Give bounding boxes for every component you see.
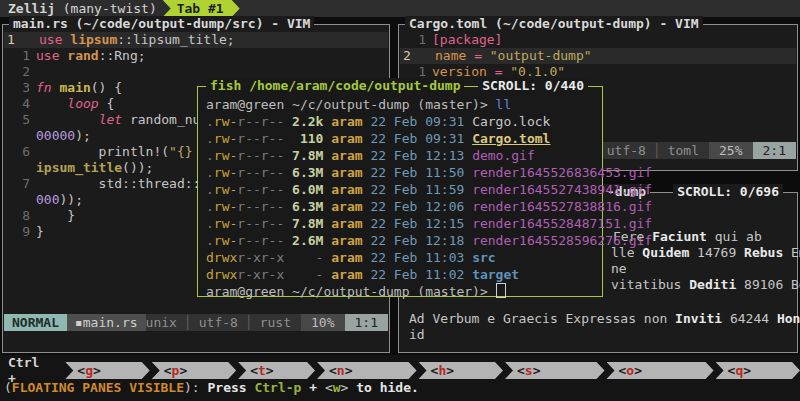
tab-1[interactable]: Tab #1 xyxy=(163,0,240,17)
output-line: id xyxy=(409,327,425,343)
file-name: demo.gif xyxy=(472,148,535,163)
keybind-tab[interactable]: <t> TAB xyxy=(238,362,315,379)
cursor-position: 2:1 xyxy=(753,142,796,159)
file-name: render1645528487151.gif xyxy=(472,216,652,231)
pane-title-cargo-toml: Cargo.toml (~/code/output-dump) - VIM xyxy=(405,16,703,32)
file-list-row: .rw-r--r-- 7.8M aram 22 Feb 12:15 render… xyxy=(206,215,600,232)
hint-bar: (FLOATING PANES VISIBLE): Press Ctrl-p +… xyxy=(0,380,800,397)
pane-title-main-rs: main.rs (~/code/output-dump/src) - VIM xyxy=(9,16,314,32)
output-line: Ad Verbum e Graecis Expressas non Inviti… xyxy=(409,311,800,327)
file-name: render1645527438941.gif xyxy=(472,182,652,197)
file-list-row: drwxr-xr-x - aram 22 Feb 11:03 src xyxy=(206,249,600,266)
file-list-row: drwxr-xr-x - aram 22 Feb 11:02 target xyxy=(206,266,600,283)
file-name: render1645527838816.gif xyxy=(472,199,652,214)
file-name: render1645528596276.gif xyxy=(472,233,652,248)
keybind-resize[interactable]: <n> RESIZE xyxy=(317,362,417,379)
code-editor-cargo-toml: 1[package]2name = "output-dump"1version … xyxy=(400,32,796,80)
statusline-filename: ▪main.rs xyxy=(67,314,146,331)
statusline-main-rs: NORMAL ▪main.rs unix│utf-8│rust10%1:1 xyxy=(4,314,388,331)
scroll-percent: 25% xyxy=(709,142,752,159)
floating-pane-fish[interactable]: fish /home/aram/code/output-dump SCROLL:… xyxy=(197,86,603,297)
statusline-info: unix│utf-8│rust10%1:1 xyxy=(146,314,388,331)
shell-input-prompt[interactable]: aram@green ~/c/output-dump (master)> xyxy=(206,283,600,300)
session-name: Zellij (many-twist) xyxy=(0,1,157,17)
file-name: render1645526836453.gif xyxy=(472,165,652,180)
keybinding-bar: Ctrl + <g> LOCK<p> PANE<t> TAB<n> RESIZE… xyxy=(0,362,800,379)
code-line: 1use lipsum::lipsum_title; xyxy=(4,32,388,48)
cursor-position: 1:1 xyxy=(345,314,388,331)
file-list-row: .rw-r--r-- 6.3M aram 22 Feb 11:50 render… xyxy=(206,164,600,181)
vim-mode-badge: NORMAL xyxy=(4,314,67,331)
shell-prompt: aram@green ~/c/output-dump (master)> ll xyxy=(206,96,600,113)
shell-output: aram@green ~/c/output-dump (master)> ll.… xyxy=(206,96,600,300)
file-list-row: .rw-r--r-- 2.6M aram 22 Feb 12:18 render… xyxy=(206,232,600,249)
code-line: 1[package] xyxy=(400,32,796,48)
file-list-row: .rw-r--r-- 6.0M aram 22 Feb 11:59 render… xyxy=(206,181,600,198)
status-bars: Ctrl + <g> LOCK<p> PANE<t> TAB<n> RESIZE… xyxy=(0,355,800,401)
file-list-row: .rw-r--r-- 2.2k aram 22 Feb 09:31 Cargo.… xyxy=(206,113,600,130)
keybind-scroll[interactable]: <s> SCROLL xyxy=(505,362,605,379)
keybind-session[interactable]: <o> SESSION xyxy=(607,362,714,379)
pane-title-fish: fish /home/aram/code/output-dump xyxy=(206,78,464,94)
file-name: src xyxy=(472,250,495,265)
keybind-move[interactable]: <h> MOVE xyxy=(419,362,503,379)
file-name: Cargo.toml xyxy=(472,131,550,146)
scroll-percent: 10% xyxy=(301,314,344,331)
file-list-row: .rw-r--r-- 110 aram 22 Feb 09:31 Cargo.t… xyxy=(206,130,600,147)
output-line: vitatibus Dediti 89106 Bene Viv xyxy=(611,277,800,293)
keybind-quit[interactable]: <q> QUIT xyxy=(716,362,800,379)
output-line: ne xyxy=(611,261,627,277)
scroll-indicator-fish: SCROLL: 0/440 xyxy=(478,78,588,94)
file-name: target xyxy=(472,267,519,282)
cursor xyxy=(496,283,506,298)
zellij-terminal: Zellij (many-twist) Tab #1 main.rs (~/co… xyxy=(0,0,800,401)
keybind-pane[interactable]: <p> PANE xyxy=(152,362,236,379)
code-line: 2name = "output-dump" xyxy=(400,48,796,64)
file-list-row: .rw-r--r-- 7.8M aram 22 Feb 12:13 demo.g… xyxy=(206,147,600,164)
tab-bar: Zellij (many-twist) Tab #1 xyxy=(0,0,800,17)
code-line: 1use rand::Rng; xyxy=(4,48,388,64)
file-name: Cargo.lock xyxy=(472,114,550,129)
keybind-lock[interactable]: <g> LOCK xyxy=(65,362,149,379)
file-list-row: .rw-r--r-- 6.3M aram 22 Feb 12:06 render… xyxy=(206,198,600,215)
scroll-indicator-output: SCROLL: 0/696 xyxy=(673,184,783,200)
